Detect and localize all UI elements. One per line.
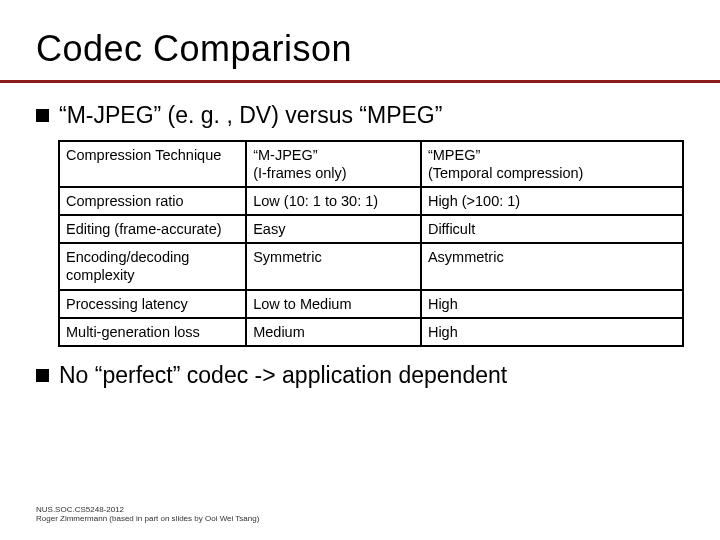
- header-line: (I-frames only): [253, 165, 346, 181]
- table-cell: Asymmetric: [421, 243, 683, 289]
- bullet-text: No “perfect” codec -> application depend…: [59, 361, 507, 390]
- bullet-text: “M-JPEG” (e. g. , DV) versus “MPEG”: [59, 101, 442, 130]
- table-header-cell: “M-JPEG” (I-frames only): [246, 141, 421, 187]
- table-cell: Easy: [246, 215, 421, 243]
- comparison-table: Compression Technique “M-JPEG” (I-frames…: [58, 140, 684, 347]
- table-cell: High: [421, 290, 683, 318]
- slide-title: Codec Comparison: [36, 28, 684, 70]
- table-header-row: Compression Technique “M-JPEG” (I-frames…: [59, 141, 683, 187]
- table-cell: High (>100: 1): [421, 187, 683, 215]
- table-header-cell: Compression Technique: [59, 141, 246, 187]
- table-cell: Processing latency: [59, 290, 246, 318]
- table-cell: Encoding/decoding complexity: [59, 243, 246, 289]
- table-row: Multi-generation loss Medium High: [59, 318, 683, 346]
- table-row: Encoding/decoding complexity Symmetric A…: [59, 243, 683, 289]
- square-bullet-icon: [36, 369, 49, 382]
- table-cell: Multi-generation loss: [59, 318, 246, 346]
- table-cell: Symmetric: [246, 243, 421, 289]
- header-line: (Temporal compression): [428, 165, 584, 181]
- title-underline: [0, 80, 720, 83]
- slide-footer: NUS.SOC.CS5248-2012 Roger Zimmermann (ba…: [36, 505, 259, 524]
- table-cell: Low to Medium: [246, 290, 421, 318]
- table-cell: High: [421, 318, 683, 346]
- table-cell: Compression ratio: [59, 187, 246, 215]
- footer-line: Roger Zimmermann (based in part on slide…: [36, 514, 259, 524]
- table-row: Processing latency Low to Medium High: [59, 290, 683, 318]
- table-row: Compression ratio Low (10: 1 to 30: 1) H…: [59, 187, 683, 215]
- table-header-cell: “MPEG” (Temporal compression): [421, 141, 683, 187]
- header-line: “M-JPEG”: [253, 147, 317, 163]
- bullet-item: “M-JPEG” (e. g. , DV) versus “MPEG”: [36, 101, 684, 130]
- footer-line: NUS.SOC.CS5248-2012: [36, 505, 259, 515]
- table-cell: Difficult: [421, 215, 683, 243]
- table-cell: Low (10: 1 to 30: 1): [246, 187, 421, 215]
- square-bullet-icon: [36, 109, 49, 122]
- header-line: “MPEG”: [428, 147, 480, 163]
- bullet-item: No “perfect” codec -> application depend…: [36, 361, 684, 390]
- table-cell: Medium: [246, 318, 421, 346]
- slide: Codec Comparison “M-JPEG” (e. g. , DV) v…: [0, 0, 720, 540]
- table-row: Editing (frame-accurate) Easy Difficult: [59, 215, 683, 243]
- table-cell: Editing (frame-accurate): [59, 215, 246, 243]
